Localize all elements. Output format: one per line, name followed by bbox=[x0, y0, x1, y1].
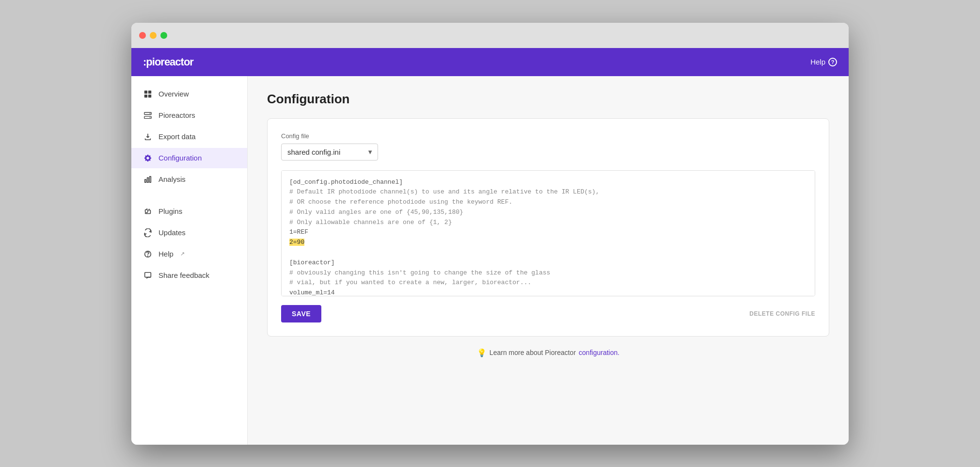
traffic-lights bbox=[139, 32, 167, 39]
svg-point-12 bbox=[148, 256, 148, 256]
code-line: [bioreactor] bbox=[289, 258, 807, 268]
sidebar-item-updates[interactable]: Updates bbox=[131, 223, 247, 243]
code-line bbox=[289, 248, 807, 258]
code-line: [od_config.photodiode_channel] bbox=[289, 177, 807, 188]
sidebar-item-feedback[interactable]: Share feedback bbox=[131, 265, 247, 286]
feedback-icon bbox=[143, 271, 153, 280]
sidebar-item-feedback-label: Share feedback bbox=[158, 271, 209, 279]
download-icon bbox=[143, 132, 153, 142]
sidebar-item-export-label: Export data bbox=[158, 132, 196, 141]
page-title: Configuration bbox=[267, 92, 829, 107]
sidebar-item-help-label: Help bbox=[158, 250, 174, 258]
code-line: # Default IR photodiode channel(s) to us… bbox=[289, 187, 807, 197]
svg-rect-2 bbox=[144, 94, 147, 97]
code-line: # OR choose the reference photodiode usi… bbox=[289, 197, 807, 208]
delete-config-button[interactable]: DELETE CONFIG FILE bbox=[749, 310, 815, 317]
sidebar-item-pioreactors[interactable]: Pioreactors bbox=[131, 105, 247, 126]
refresh-icon bbox=[143, 228, 153, 238]
server-icon bbox=[143, 111, 153, 120]
app-body: :pioreactor Help ? Overview bbox=[131, 48, 849, 445]
sidebar-item-analysis[interactable]: Analysis bbox=[131, 169, 247, 190]
sidebar-item-configuration[interactable]: Configuration bbox=[131, 148, 247, 168]
code-line-highlight: 2=90 bbox=[289, 238, 807, 248]
code-line: # obviously changing this isn't going to… bbox=[289, 268, 807, 278]
code-line: # vial, but if you wanted to create a ne… bbox=[289, 278, 807, 288]
maximize-button[interactable] bbox=[160, 32, 167, 39]
code-line: # Only valid angles are one of {45,90,13… bbox=[289, 208, 807, 218]
info-text: Learn more about Pioreactor bbox=[490, 349, 576, 356]
svg-rect-10 bbox=[150, 176, 151, 182]
chart-icon bbox=[143, 175, 153, 184]
app-window: :pioreactor Help ? Overview bbox=[131, 23, 849, 445]
sidebar-item-updates-label: Updates bbox=[158, 228, 186, 237]
svg-rect-13 bbox=[145, 272, 151, 277]
svg-rect-0 bbox=[144, 90, 147, 93]
close-button[interactable] bbox=[139, 32, 146, 39]
svg-rect-3 bbox=[148, 94, 151, 97]
sidebar: Overview Pioreactors Export data bbox=[131, 76, 248, 445]
svg-point-6 bbox=[150, 113, 151, 114]
config-file-label: Config file bbox=[281, 132, 815, 140]
code-editor[interactable]: [od_config.photodiode_channel] # Default… bbox=[281, 170, 815, 296]
configuration-link[interactable]: configuration. bbox=[579, 349, 619, 356]
sidebar-item-overview-label: Overview bbox=[158, 90, 189, 98]
grid-icon bbox=[143, 89, 153, 99]
help-link[interactable]: Help ? bbox=[810, 58, 837, 66]
sidebar-item-export[interactable]: Export data bbox=[131, 127, 247, 147]
code-line: 1=REF bbox=[289, 227, 807, 238]
main-layout: Overview Pioreactors Export data bbox=[131, 76, 849, 445]
sidebar-item-configuration-label: Configuration bbox=[158, 154, 202, 162]
sidebar-item-overview[interactable]: Overview bbox=[131, 84, 247, 104]
config-select-wrapper: shared config.ini ▼ bbox=[281, 144, 378, 161]
config-file-select[interactable]: shared config.ini bbox=[281, 144, 378, 161]
svg-rect-8 bbox=[145, 179, 146, 182]
help-icon: ? bbox=[828, 58, 837, 66]
sidebar-item-pioreactors-label: Pioreactors bbox=[158, 111, 195, 119]
button-row: SAVE DELETE CONFIG FILE bbox=[281, 305, 815, 322]
gear-icon bbox=[143, 153, 153, 163]
content-area: Configuration Config file shared config.… bbox=[248, 76, 849, 445]
help-circle-icon bbox=[143, 249, 153, 259]
svg-point-7 bbox=[150, 117, 151, 118]
config-card: Config file shared config.ini ▼ [od_conf… bbox=[267, 118, 829, 337]
code-line: # Only allowable channels are one of {1,… bbox=[289, 218, 807, 228]
info-footer: 💡 Learn more about Pioreactor configurat… bbox=[267, 348, 829, 357]
sidebar-item-analysis-label: Analysis bbox=[158, 175, 186, 183]
sidebar-item-plugins[interactable]: Plugins bbox=[131, 201, 247, 222]
svg-rect-9 bbox=[147, 177, 149, 182]
help-label: Help bbox=[810, 58, 825, 66]
sidebar-item-help[interactable]: Help ↗ bbox=[131, 244, 247, 264]
topbar: :pioreactor Help ? bbox=[131, 48, 849, 76]
svg-rect-1 bbox=[148, 90, 151, 93]
app-logo: :pioreactor bbox=[143, 56, 193, 68]
code-line: volume_ml=14 bbox=[289, 288, 807, 296]
plugin-icon bbox=[143, 207, 153, 216]
titlebar bbox=[131, 23, 849, 48]
minimize-button[interactable] bbox=[150, 32, 157, 39]
bulb-icon: 💡 bbox=[477, 348, 487, 357]
save-button[interactable]: SAVE bbox=[281, 305, 321, 322]
sidebar-item-plugins-label: Plugins bbox=[158, 207, 182, 215]
